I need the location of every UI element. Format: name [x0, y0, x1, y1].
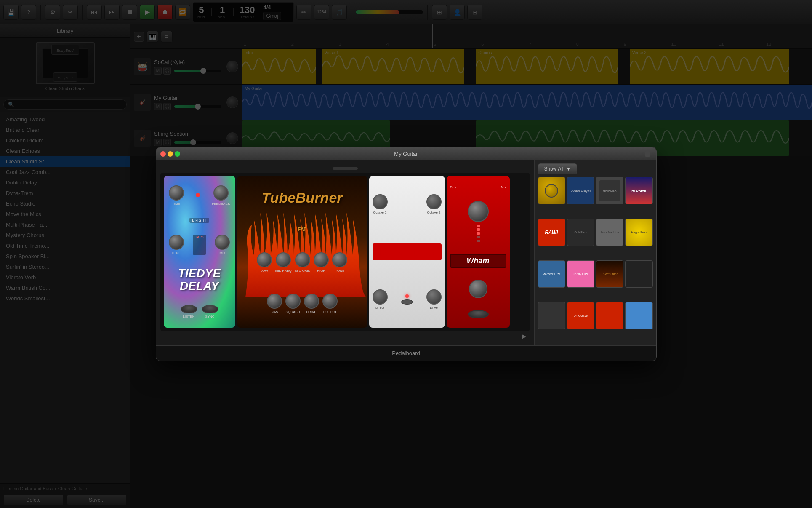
- tiedye-top-knobs: TIME FEEDBACK: [167, 185, 232, 206]
- knob-high: HIGH: [314, 252, 329, 273]
- modal-close-button[interactable]: [160, 151, 166, 157]
- knob-midfreq: MID FREQ: [275, 252, 292, 273]
- rack-item-grinder[interactable]: GRINDER: [596, 177, 623, 204]
- show-all-button[interactable]: Show All ▼: [538, 163, 578, 174]
- rack-item-octafuzz[interactable]: OctaFuzz: [567, 219, 594, 246]
- rack-item-droctave2[interactable]: Dr. Octave: [567, 302, 594, 329]
- tubeburner-name: TubeBurner: [261, 190, 342, 206]
- rack-item-doubledragon-label: Double Dragon: [570, 188, 592, 193]
- rack-item-raw[interactable]: RAW!: [538, 219, 565, 246]
- scroll-right-area: ▶: [160, 331, 530, 341]
- dark-label: DARK: [193, 235, 205, 255]
- pedals-container: TIME FEEDBACK BRIGHT: [160, 173, 530, 331]
- droctave-led-group: [401, 294, 413, 305]
- knob-direct: Direct: [373, 289, 388, 310]
- rack-item-fuzzmachine[interactable]: Fuzz Machine: [596, 219, 623, 246]
- pedal-tubeburner[interactable]: TubeBurner FAT LOW MID FREQ: [237, 176, 367, 328]
- rack-item-grinder-label: GRINDER: [603, 189, 616, 192]
- rack-item-candyfuzz-label: Candy Fuzz: [573, 273, 588, 275]
- knob-tone: TONE: [169, 235, 184, 255]
- rack-item-tubeburner2[interactable]: TubeBurner: [596, 260, 623, 288]
- knob-low: LOW: [257, 252, 272, 273]
- cable-slot: [333, 167, 358, 170]
- knob-bias: BIAS: [267, 294, 282, 314]
- rack-item-hidrive-label: HI-DRIVE: [631, 189, 646, 193]
- fat-label: FAT: [298, 227, 306, 232]
- wham-top: Tune Mix: [450, 185, 506, 189]
- rack-item-row4-3[interactable]: [596, 302, 623, 329]
- modal-title: My Guitar: [394, 151, 418, 157]
- rack-item-monsterfuzz-label: Monster Fuzz: [543, 273, 560, 275]
- pedalboard-area: TIME FEEDBACK BRIGHT: [156, 160, 534, 345]
- wham-name: Wham: [467, 257, 490, 265]
- wham-nameplate: Wham: [450, 254, 506, 268]
- tiedye-name: TIEDYEDELAY: [178, 267, 221, 293]
- droctave-button[interactable]: [401, 299, 413, 305]
- rack-item-hidrive[interactable]: HI-DRIVE: [625, 177, 652, 204]
- bright-label: BRIGHT: [189, 218, 209, 223]
- rack-item-raw-label: RAW!: [545, 230, 558, 235]
- tiedye-bottom-knobs: TONE DARK MIX: [167, 235, 232, 255]
- rack-item-happyfuzz-label: Happy Fuzz: [631, 231, 647, 234]
- rack-browser: Show All ▼ Double Dragon GRINDER: [534, 160, 656, 345]
- knob-wham-main: [468, 201, 489, 222]
- knob-mix-wham: Mix: [501, 185, 506, 189]
- modal-minimize-button[interactable]: [168, 151, 173, 157]
- tubeburner-knobs-row2: BIAS SQUASH DRIVE: [267, 294, 338, 314]
- droctave-bottom: Direct Drive: [373, 289, 442, 310]
- modal-footer-label: Pedalboard: [392, 350, 420, 356]
- wham-leds: [477, 225, 480, 242]
- rack-item-row4-4[interactable]: [625, 302, 652, 329]
- scroll-right-arrow[interactable]: ▶: [522, 333, 527, 340]
- modal-settings-button[interactable]: [645, 151, 650, 157]
- rack-item-row4-1[interactable]: [538, 302, 565, 329]
- knob-drive-oct: Drive: [426, 289, 442, 310]
- knob-midgain: MID GAIN: [295, 252, 310, 273]
- modal-maximize-button[interactable]: [175, 151, 180, 157]
- rack-item-droctave2-label: Dr. Octave: [574, 314, 588, 317]
- knob-squash: SQUASH: [285, 294, 301, 314]
- rack-item-monsterfuzz[interactable]: Monster Fuzz: [538, 260, 565, 288]
- wham-main: [468, 201, 489, 242]
- droctave-led: [405, 294, 409, 298]
- knob-wham-bottom: [469, 280, 487, 298]
- knob-sync: SYNC: [202, 305, 218, 318]
- knob-tone-tb: TONE: [332, 252, 347, 273]
- knob-mix: MIX: [215, 235, 230, 255]
- droctave-top: Octave 1 Octave 2: [373, 194, 442, 214]
- rack-item-octafuzz-label: OctaFuzz: [574, 231, 587, 234]
- knob-octave2: Octave 2: [426, 194, 442, 214]
- show-all-chevron: ▼: [566, 166, 571, 172]
- modal-footer: Pedalboard: [156, 345, 656, 361]
- rack-item-tubeburner2-label: TubeBurner: [602, 273, 617, 275]
- knob-feedback: FEEDBACK: [212, 185, 230, 206]
- rack-item-happyfuzz[interactable]: Happy Fuzz: [625, 219, 652, 246]
- rack-item-row3-4[interactable]: [625, 260, 652, 288]
- droctave-name: Dr. Octave: [375, 246, 439, 258]
- knob-octave1: Octave 1: [373, 194, 388, 214]
- modal-titlebar: My Guitar: [156, 147, 656, 160]
- wham-footswitch[interactable]: [468, 310, 489, 318]
- show-all-label: Show All: [544, 166, 564, 172]
- knob-drive: DRIVE: [304, 294, 319, 314]
- pedal-tiedye-delay[interactable]: TIME FEEDBACK BRIGHT: [164, 176, 235, 328]
- rack-grid: Double Dragon GRINDER HI-DRIVE RAW!: [538, 177, 653, 342]
- rack-item-fuzzmachine-label: Fuzz Machine: [601, 231, 619, 234]
- tiedye-footer: LISTEN SYNC: [167, 305, 232, 318]
- rack-item-candyfuzz[interactable]: Candy Fuzz: [567, 260, 594, 288]
- knob-output: OUTPUT: [322, 294, 338, 314]
- knob-listen: LISTEN: [181, 305, 197, 318]
- pedalboard-modal: My Guitar TIME: [156, 147, 657, 361]
- modal-body: TIME FEEDBACK BRIGHT: [156, 160, 656, 345]
- rack-item-doubledragon[interactable]: Double Dragon: [567, 177, 594, 204]
- droctave-nameplate: Dr. Octave: [373, 243, 442, 261]
- tubeburner-knobs-row1: LOW MID FREQ MID GAIN: [257, 252, 348, 273]
- pedalboard-top-bar: [160, 164, 530, 173]
- rack-item-1[interactable]: [538, 177, 565, 204]
- tiedye-led: [196, 193, 200, 197]
- pedal-droctave[interactable]: Octave 1 Octave 2 Dr. Octave: [369, 176, 445, 328]
- modal-overlay: My Guitar TIME: [0, 0, 812, 508]
- pedal-wham[interactable]: Tune Mix: [447, 176, 510, 328]
- knob-time: TIME: [169, 185, 184, 206]
